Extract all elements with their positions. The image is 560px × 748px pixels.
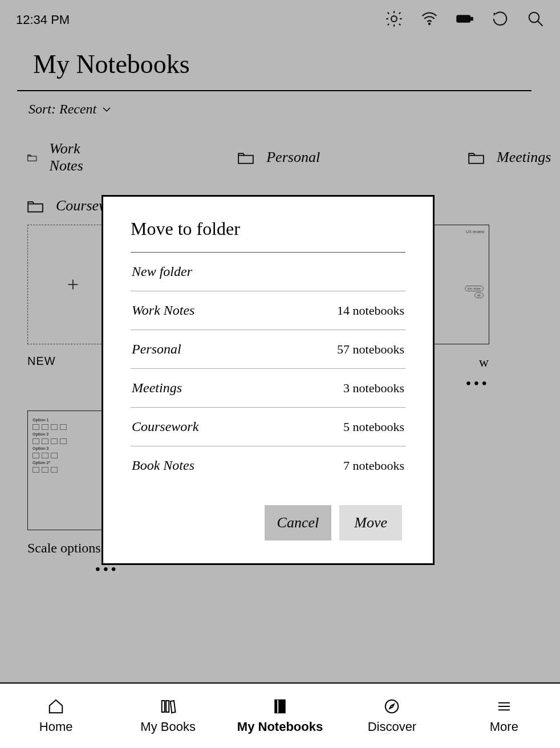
cancel-button[interactable]: Cancel	[265, 505, 332, 540]
svg-point-18	[385, 700, 399, 713]
svg-rect-14	[161, 701, 164, 712]
nav-label: My Books	[140, 719, 196, 734]
dialog-title: Move to folder	[131, 218, 405, 239]
books-icon	[159, 698, 177, 715]
nav-label: Discover	[368, 719, 417, 734]
row-label: Coursework	[132, 419, 198, 434]
home-icon	[47, 698, 65, 715]
row-label: New folder	[132, 264, 192, 279]
row-label: Book Notes	[132, 458, 194, 473]
row-count: 57 notebooks	[337, 342, 404, 357]
nav-label: More	[490, 719, 518, 734]
folder-row-work-notes[interactable]: Work Notes 14 notebooks	[131, 291, 405, 330]
move-button[interactable]: Move	[339, 505, 402, 540]
row-label: Personal	[132, 342, 181, 357]
row-count: 5 notebooks	[343, 420, 404, 434]
compass-icon	[383, 698, 401, 715]
row-label: Work Notes	[132, 303, 194, 318]
svg-marker-19	[390, 704, 395, 709]
svg-rect-16	[275, 700, 285, 713]
move-button-highlight: Move	[336, 502, 405, 544]
new-folder-row[interactable]: New folder	[131, 253, 405, 291]
row-count: 7 notebooks	[343, 458, 404, 473]
folder-row-meetings[interactable]: Meetings 3 notebooks	[131, 369, 405, 408]
row-count: 3 notebooks	[343, 381, 404, 396]
move-to-folder-dialog: Move to folder New folder Work Notes 14 …	[102, 195, 435, 565]
nav-more[interactable]: More	[448, 684, 560, 748]
menu-icon	[495, 698, 513, 715]
nav-my-notebooks[interactable]: My Notebooks	[224, 684, 336, 748]
folder-row-book-notes[interactable]: Book Notes 7 notebooks	[131, 446, 405, 485]
nav-my-books[interactable]: My Books	[112, 684, 224, 748]
nav-label: Home	[39, 719, 73, 734]
folder-row-coursework[interactable]: Coursework 5 notebooks	[131, 408, 405, 446]
svg-rect-15	[166, 701, 169, 712]
bottom-nav: Home My Books My Notebooks Discover More	[0, 682, 560, 748]
folder-row-personal[interactable]: Personal 57 notebooks	[131, 330, 405, 369]
row-count: 14 notebooks	[337, 303, 404, 318]
nav-discover[interactable]: Discover	[336, 684, 448, 748]
row-label: Meetings	[132, 380, 182, 396]
nav-label: My Notebooks	[237, 719, 323, 734]
notebook-icon	[271, 698, 289, 715]
nav-home[interactable]: Home	[0, 684, 112, 748]
